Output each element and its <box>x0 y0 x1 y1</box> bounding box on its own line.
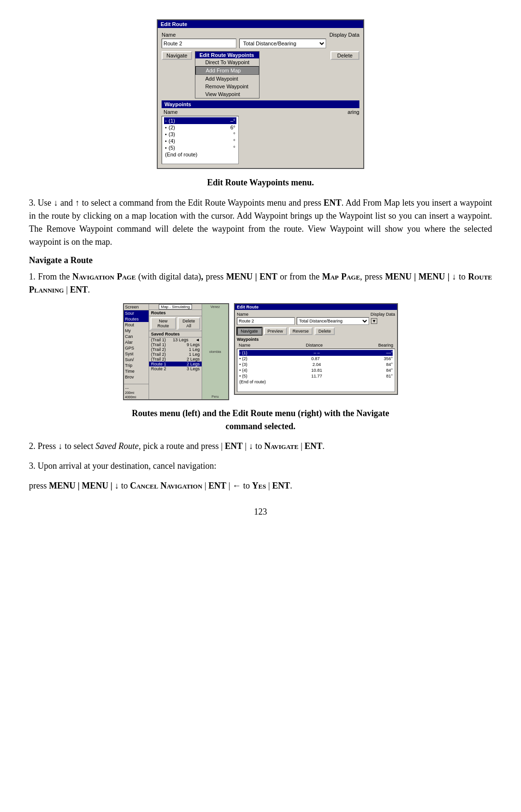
wp-name-3: (3) <box>169 131 175 137</box>
wp-item-3[interactable]: • (3) ° <box>164 131 236 138</box>
er-body: Name Display Data Total Distance/Bearing… <box>235 310 397 394</box>
er-wp-1[interactable]: ◦ (1) – – ––° <box>239 350 393 356</box>
time-item[interactable]: Time <box>124 368 149 374</box>
routes-main-panel: Map - Simulating Routes New Route Delete… <box>149 304 202 399</box>
sun-item[interactable]: Sun/ <box>124 357 149 363</box>
er-waypoints-label: Waypoints <box>237 337 395 342</box>
er-wp-2[interactable]: • (2) 0.87 356° <box>239 356 393 362</box>
route-legs: 2 Legs <box>187 362 200 366</box>
page-number: 123 <box>29 507 492 517</box>
er-preview-btn[interactable]: Preview <box>264 327 287 335</box>
wp-name-2: (2) <box>169 125 175 130</box>
para5: press MENU | MENU | ↓ to Cancel Navigati… <box>29 479 492 492</box>
er-wp-5[interactable]: • (5) 11.77 81° <box>239 373 393 379</box>
er-wp-3[interactable]: • (3) 2.04 84° <box>239 362 393 367</box>
wp-bullet-5: • <box>165 145 167 151</box>
para3: 2. Press ↓ to select Saved Route, pick a… <box>29 440 492 453</box>
new-route-btn[interactable]: New Route <box>151 317 176 330</box>
er-wp-4[interactable]: • (4) 10.81 84° <box>239 367 393 373</box>
name-input-top[interactable] <box>162 39 236 48</box>
er-name-input[interactable] <box>237 317 295 325</box>
wp-bullet-3: • <box>165 132 167 137</box>
route-legs: 9 Legs <box>187 342 200 347</box>
route-legs: 1 Leg <box>189 352 200 357</box>
wp-item-4[interactable]: • (4) ° <box>164 138 236 144</box>
er-btn-row: Navigate Preview Reverse Delete <box>237 327 395 335</box>
wp-end-of-route: (End of route) <box>164 151 236 158</box>
syst-item[interactable]: Syst <box>124 351 149 357</box>
rout-item[interactable]: Rout <box>124 322 149 328</box>
edit-route-dialog-bottom: Edit Route Name Display Data Total Dista… <box>234 303 398 395</box>
er-navigate-btn[interactable]: Navigate <box>237 327 262 335</box>
context-menu-title: Edit Route Waypoints <box>195 52 259 58</box>
para2: 1. From the Navigation Page (with digita… <box>29 270 492 296</box>
er-wp-bullet-1: ◦ (1) <box>239 350 247 355</box>
route-trail1-9[interactable]: (Trail 1) 9 Legs <box>149 342 202 347</box>
menu-item-remove-wp[interactable]: Remove Waypoint <box>195 83 259 90</box>
cancel-nav-ref: Cancel Navigation <box>130 481 202 490</box>
er-wp-bearing-3: 84° <box>386 362 393 367</box>
route-list: (Trail 1) 13 Legs ◄ (Trail 1) 9 Legs (Tr… <box>149 337 202 371</box>
wp-item-2[interactable]: • (2) 6° <box>164 124 236 131</box>
routes-panel-title: Routes <box>149 310 202 316</box>
display-select-top[interactable]: Total Distance/Bearing <box>239 39 326 48</box>
delete-all-btn[interactable]: Delete All <box>178 317 200 330</box>
route-trail2-1b[interactable]: (Trail 2) 1 Leg <box>149 352 202 357</box>
can-item[interactable]: Can <box>124 334 149 339</box>
wp-val-2: 6° <box>230 125 235 130</box>
er-waypoint-list: ◦ (1) – – ––° • (2) 0.87 356° • (3) 2.04… <box>237 349 395 392</box>
brov-item[interactable]: Brov <box>124 374 149 380</box>
er-wp-dist-5: 11.77 <box>311 374 322 378</box>
er-delete-btn[interactable]: Delete <box>315 327 335 335</box>
er-reverse-btn[interactable]: Reverse <box>289 327 313 335</box>
navigate-btn-top[interactable]: Navigate <box>162 51 192 60</box>
route-name: (Trail 2) <box>151 357 166 362</box>
routes-label[interactable]: Routes <box>124 316 149 322</box>
route-legs: 3 Legs <box>187 366 200 371</box>
route-name: (Trail 1) <box>151 342 166 347</box>
navigate-ref: Navigate <box>264 441 299 451</box>
alarm-item[interactable]: Alar <box>124 339 149 345</box>
routes-menu-item[interactable]: Sour <box>124 310 149 316</box>
wp-item-5[interactable]: • (5) ° <box>164 144 236 151</box>
para1: 3. Use ↓ and ↑ to select a command from … <box>29 196 492 249</box>
route-name: (Trail 2) <box>151 347 166 352</box>
my-item[interactable]: My <box>124 328 149 334</box>
menu-item-add-map[interactable]: Add From Map <box>195 66 259 75</box>
top-dialog-container: Edit Route Name Display Data Total Dista… <box>29 19 492 169</box>
wp-val-4: ° <box>233 138 235 144</box>
wp-item-1[interactable]: ◦ (1) –° <box>164 117 236 124</box>
wp-name-5: (5) <box>169 145 175 151</box>
map-thumb-label3: Peru <box>212 395 219 398</box>
er-end-of-route: (End of route) <box>239 379 266 384</box>
menu-item-direct[interactable]: Direct To Waypoint <box>195 58 259 66</box>
er-wp-bearing-1: ––° <box>386 350 393 355</box>
route-route1[interactable]: Route 1 2 Legs <box>149 362 202 366</box>
route-trail2-1a[interactable]: (Trail 2) 1 Leg <box>149 347 202 352</box>
wp-val-5: ° <box>233 145 235 151</box>
menu-item-add-wp[interactable]: Add Waypoint <box>195 75 259 83</box>
wp-name-4: (4) <box>169 138 175 144</box>
scale-label: 200mi <box>124 391 149 395</box>
waypoint-list-top: ◦ (1) –° • (2) 6° • (3) ° <box>162 116 239 164</box>
bottom-dialogs-container: Screen Sour Routes Rout My Can Alar GPS … <box>29 303 492 400</box>
route-trail2-2[interactable]: (Trail 2) 2 Legs <box>149 357 202 362</box>
er-wp-bearing-2: 356° <box>384 356 393 361</box>
scale-label2: 4000mi <box>124 395 149 399</box>
routes-btn-row: New Route Delete All <box>149 316 202 331</box>
er-select-arrow[interactable]: ▼ <box>371 318 377 324</box>
trip-item[interactable]: Trip <box>124 363 149 368</box>
route-route2[interactable]: Route 2 3 Legs <box>149 366 202 371</box>
map-page-ref: Map Page <box>322 272 360 281</box>
er-display-select[interactable]: Total Distance/Bearing <box>297 317 369 325</box>
col-bearing-label: aring <box>348 109 359 115</box>
wp-bullet-2: • <box>165 125 167 130</box>
route-legs: 13 Legs <box>173 337 188 342</box>
route-trail1-13[interactable]: (Trail 1) 13 Legs ◄ <box>149 337 202 342</box>
map-simulating-bar: Map - Simulating <box>149 304 202 310</box>
er-col-bearing: Bearing <box>378 343 393 348</box>
delete-btn-top[interactable]: Delete <box>330 51 359 60</box>
scale-area: ~~ 200mi 4000mi <box>124 384 149 399</box>
menu-item-view-wp[interactable]: View Waypoint <box>195 90 259 98</box>
gps-item[interactable]: GPS <box>124 345 149 351</box>
